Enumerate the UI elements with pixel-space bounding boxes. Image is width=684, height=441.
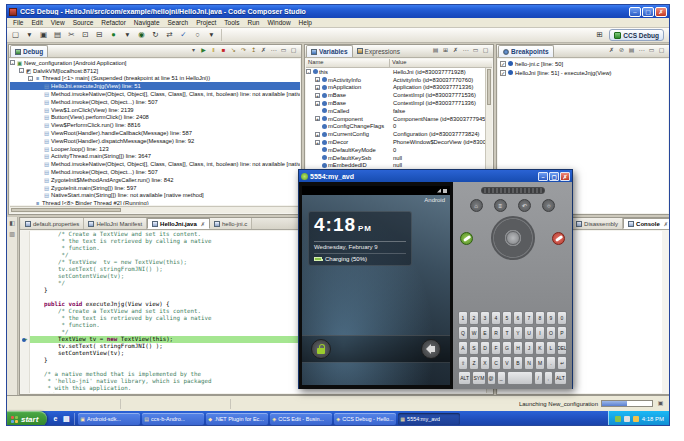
- emulator-key[interactable]: 4: [491, 311, 501, 325]
- emulator-key[interactable]: H: [513, 341, 523, 355]
- editor-gutter[interactable]: [21, 350, 30, 357]
- emulator-key[interactable]: S: [469, 341, 479, 355]
- emulator-key[interactable]: L: [546, 341, 556, 355]
- debug-tree-row[interactable]: ▤ View$1.onClick(View) line: 2139: [10, 106, 300, 114]
- editor-gutter[interactable]: [21, 343, 30, 350]
- emulator-key[interactable]: SYM: [472, 371, 485, 385]
- emulator-key[interactable]: J: [524, 341, 534, 355]
- emulator-key[interactable]: Y: [513, 326, 523, 340]
- variable-expander-icon[interactable]: +: [315, 140, 320, 145]
- toolbar-overflow-icon[interactable]: ▾: [205, 29, 218, 41]
- debug-tree-row[interactable]: ▤ Method.invoke(Object, Object...) line:…: [10, 168, 300, 176]
- emulator-key[interactable]: R: [491, 326, 501, 340]
- emulator-key[interactable]: _: [497, 371, 506, 385]
- editor-gutter[interactable]: →: [21, 336, 30, 343]
- emulator-key[interactable]: ,: [544, 371, 553, 385]
- menu-item[interactable]: File: [9, 19, 27, 26]
- view-menu-icon[interactable]: ▾: [189, 46, 198, 55]
- variable-row[interactable]: mCalled false: [306, 107, 485, 115]
- emulator-key[interactable]: K: [535, 341, 545, 355]
- emulator-title-bar[interactable]: 5554:my_avd – ▢ ✗: [299, 170, 572, 182]
- column-name[interactable]: Name: [306, 59, 390, 67]
- emulator-key[interactable]: T: [502, 326, 512, 340]
- emulator-minimize-button[interactable]: –: [538, 172, 548, 181]
- debug-tree-row[interactable]: ▤ ActivityThread.main(String[]) line: 36…: [10, 153, 300, 161]
- sound-toggle-slider[interactable]: [421, 339, 441, 359]
- emulator-key[interactable]: U: [524, 326, 534, 340]
- debug-tree-row[interactable]: ▤ Method.invokeNative(Object, Object[], …: [10, 160, 300, 168]
- save-icon[interactable]: ▣: [37, 29, 50, 41]
- dpad[interactable]: [491, 216, 535, 260]
- emulator-key[interactable]: 5: [502, 311, 512, 325]
- emulator-key[interactable]: F: [491, 341, 501, 355]
- tray-icon-2[interactable]: [624, 416, 630, 422]
- emulator-key[interactable]: A: [458, 341, 468, 355]
- connect-target-icon[interactable]: ⇄: [163, 29, 176, 41]
- taskbar-item[interactable]: ◈ CCS Debug - Hello...: [334, 413, 396, 425]
- emulator-key[interactable]: ALT: [458, 371, 471, 385]
- suspend-icon[interactable]: ‖: [209, 46, 218, 55]
- menu-item[interactable]: Window: [263, 19, 294, 26]
- emulator-key[interactable]: I: [535, 326, 545, 340]
- cut-icon[interactable]: ✂: [65, 29, 78, 41]
- emulator-key[interactable]: 6: [513, 311, 523, 325]
- variable-row[interactable]: + mActivityInfo ActivityInfo (id=8300377…: [306, 76, 485, 84]
- tray-icon-3[interactable]: [633, 416, 639, 422]
- emulator-key[interactable]: P: [557, 326, 567, 340]
- unlock-slider[interactable]: [311, 339, 331, 359]
- emulator-key[interactable]: Q: [458, 326, 468, 340]
- maximize-view-icon[interactable]: ▢: [481, 46, 490, 55]
- debug-tree-row[interactable]: ▤ ZygoteInit.main(String[]) line: 597: [10, 184, 300, 192]
- emulator-key[interactable]: DEL: [557, 341, 567, 355]
- taskbar-item[interactable]: ◈ CCS Edit - Busin...: [270, 413, 332, 425]
- emulator-key[interactable]: .: [546, 356, 556, 370]
- editor-tab[interactable]: default.properties: [21, 218, 84, 229]
- open-perspective-icon[interactable]: ⊞: [593, 29, 606, 41]
- editor-gutter[interactable]: [21, 315, 30, 322]
- menu-item[interactable]: View: [47, 19, 69, 26]
- variable-row[interactable]: + mCurrentConfig Configuration (id=83003…: [306, 130, 485, 138]
- tab-variables[interactable]: Variables: [306, 45, 353, 57]
- view-menu-icon[interactable]: ⋯: [637, 46, 646, 55]
- variable-expander-icon[interactable]: +: [315, 93, 320, 98]
- editor-gutter[interactable]: [21, 385, 30, 392]
- menu-item[interactable]: Tools: [220, 19, 243, 26]
- emulator-key[interactable]: V: [502, 356, 512, 370]
- paste-icon[interactable]: ⊟: [93, 29, 106, 41]
- remove-terminated-icon[interactable]: ✗: [259, 46, 268, 55]
- emulator-key[interactable]: X: [480, 356, 490, 370]
- search-icon[interactable]: ○: [191, 29, 204, 41]
- emulator-key[interactable]: 2: [469, 311, 479, 325]
- editor-tab[interactable]: HelloJni Manifest: [84, 218, 147, 229]
- emulator-key[interactable]: D: [480, 341, 490, 355]
- debug-tree-row[interactable]: - ▣ New_configuration [Android Applicati…: [10, 59, 300, 67]
- perspective-ccs-debug[interactable]: CCS Debug: [609, 29, 664, 41]
- end-call-button[interactable]: [552, 232, 565, 245]
- editor-gutter[interactable]: [21, 245, 30, 252]
- android-lock-screen[interactable]: Android 4:18PM Wednesday, February 9 Cha…: [302, 186, 450, 385]
- editor-gutter[interactable]: [21, 231, 30, 238]
- tab-close-icon[interactable]: ✗: [201, 221, 205, 227]
- editor-gutter[interactable]: [21, 378, 30, 385]
- debug-hscrollbar[interactable]: [10, 206, 300, 213]
- editor-gutter[interactable]: [21, 273, 30, 280]
- variable-expander-icon[interactable]: +: [315, 101, 320, 106]
- skip-all-breakpoints-icon[interactable]: ⊘: [617, 46, 626, 55]
- tab-debug[interactable]: Debug: [10, 45, 48, 57]
- view-menu-icon[interactable]: ⋯: [461, 46, 470, 55]
- step-into-icon[interactable]: ↘: [229, 46, 238, 55]
- taskbar-item[interactable]: ▤ ccs-b-Andro...: [142, 413, 204, 425]
- debug-tree-row[interactable]: ▤ NativeStart.main(String[]) line: not a…: [10, 192, 300, 200]
- emulator-close-button[interactable]: ✗: [560, 172, 570, 181]
- editor-gutter[interactable]: [21, 371, 30, 378]
- group-by-icon[interactable]: ▤: [627, 46, 636, 55]
- tab-close-icon[interactable]: ✗: [664, 221, 668, 227]
- breakpoint-checkbox[interactable]: ✓: [500, 70, 506, 76]
- show-desktop-icon[interactable]: ▤: [61, 414, 71, 424]
- editor-gutter[interactable]: [21, 329, 30, 336]
- menu-button[interactable]: ≡: [494, 199, 507, 212]
- tray-icon-1[interactable]: [615, 416, 621, 422]
- variable-expander-icon[interactable]: +: [315, 77, 320, 82]
- menu-item[interactable]: Navigate: [130, 19, 164, 26]
- restore-views-icon[interactable]: ◧: [8, 219, 17, 228]
